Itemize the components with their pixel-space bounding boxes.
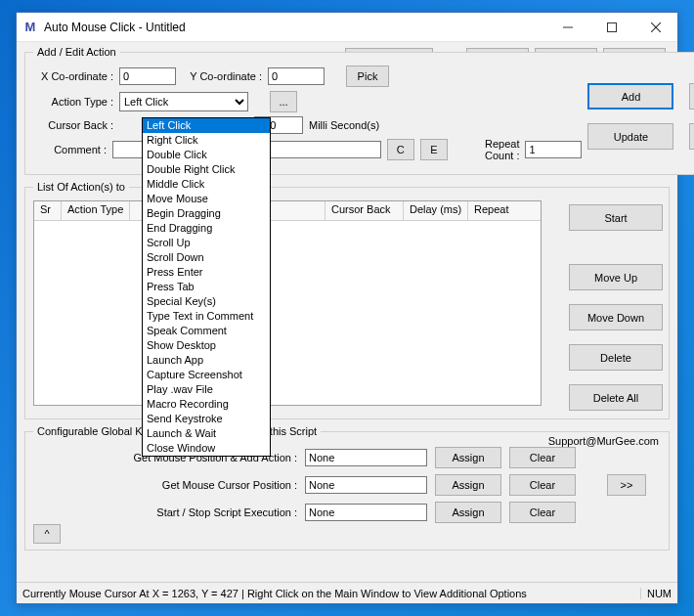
app-window: M Auto Mouse Click - Untitled Tutorial T… xyxy=(16,12,678,604)
svg-rect-1 xyxy=(607,22,616,31)
y-label: Y Co-ordinate : xyxy=(182,70,262,82)
dropdown-option[interactable]: Double Right Click xyxy=(143,162,270,177)
shortcut-input-2[interactable] xyxy=(305,504,427,521)
list-side-buttons: Start Move Up Move Down Delete Delete Al… xyxy=(569,204,663,411)
dropdown-option[interactable]: Speak Comment xyxy=(143,324,270,338)
repeat-count-label: Repeat Count : xyxy=(454,138,520,161)
y-input[interactable] xyxy=(268,67,325,85)
x-label: X Co-ordinate : xyxy=(33,70,113,82)
app-icon: M xyxy=(22,20,38,35)
window-title: Auto Mouse Click - Untitled xyxy=(44,21,545,34)
clear-button-0[interactable]: Clear xyxy=(509,447,576,468)
shortcut-row-0: Get Mouse Position & Add Action : Assign… xyxy=(33,447,661,468)
dropdown-option[interactable]: Launch App xyxy=(143,353,270,368)
delete-all-button[interactable]: Delete All xyxy=(569,384,663,411)
assign-button-1[interactable]: Assign xyxy=(435,474,501,496)
action-type-more-button[interactable]: ... xyxy=(270,91,297,112)
dropdown-option[interactable]: Special Key(s) xyxy=(143,294,270,309)
pick-button[interactable]: Pick xyxy=(346,66,389,87)
action-type-dropdown[interactable]: Left ClickRight ClickDouble ClickDouble … xyxy=(142,117,271,457)
add-edit-legend: Add / Edit Action xyxy=(33,46,120,58)
dropdown-option[interactable]: Press Tab xyxy=(143,280,270,294)
delete-button[interactable]: Delete xyxy=(569,344,663,371)
expand-caret-button[interactable]: ^ xyxy=(33,524,61,544)
dropdown-option[interactable]: Double Click xyxy=(143,148,270,162)
statusbar: Currently Mouse Cursor At X = 1263, Y = … xyxy=(17,582,677,603)
status-text: Currently Mouse Cursor At X = 1263, Y = … xyxy=(22,588,527,599)
shortcut-row-1: Get Mouse Cursor Position : Assign Clear… xyxy=(33,474,661,496)
minimize-button[interactable] xyxy=(545,14,589,41)
dropdown-option[interactable]: Send Keystroke xyxy=(143,412,270,426)
e-button[interactable]: E xyxy=(420,139,448,160)
dropdown-option[interactable]: Play .wav File xyxy=(143,382,270,397)
col-cursor-back[interactable]: Cursor Back xyxy=(325,201,404,220)
shortcut-group: Configurable Global Keyboard Shortcut Ke… xyxy=(24,425,670,550)
dropdown-option[interactable]: End Dragging xyxy=(143,221,270,236)
delay-unit-label: Milli Second(s) xyxy=(309,119,379,131)
assign-button-2[interactable]: Assign xyxy=(435,502,501,523)
cursor-back-label: Cursor Back : xyxy=(33,119,113,131)
titlebar[interactable]: M Auto Mouse Click - Untitled xyxy=(17,13,677,42)
table-header: Sr Action Type Cursor Back Delay (ms) Re… xyxy=(34,201,541,221)
action-type-combo[interactable]: Left Click xyxy=(119,92,248,111)
move-down-button[interactable]: Move Down xyxy=(569,304,663,330)
dropdown-option[interactable]: Move Mouse xyxy=(143,192,270,206)
clear-button-1[interactable]: Clear xyxy=(509,474,576,496)
assign-button-0[interactable]: Assign xyxy=(435,447,501,468)
status-num: NUM xyxy=(640,588,672,599)
dropdown-option[interactable]: Press Enter xyxy=(143,265,270,280)
start-button[interactable]: Start xyxy=(569,204,663,231)
dropdown-option[interactable]: Macro Recording xyxy=(143,397,270,412)
comment-label: Comment : xyxy=(33,144,107,155)
dropdown-option[interactable]: Show Desktop xyxy=(143,338,270,353)
client-area: Tutorial Twitter Google + Facebook Add /… xyxy=(17,42,677,582)
shortcut-input-1[interactable] xyxy=(305,476,427,494)
dropdown-option[interactable]: Middle Click xyxy=(143,177,270,192)
side-button-column: Add Update Load Save xyxy=(587,83,694,150)
shortcut-more-button[interactable]: >> xyxy=(607,474,646,496)
dropdown-option[interactable]: Type Text in Comment xyxy=(143,309,270,324)
c-button[interactable]: C xyxy=(387,139,414,160)
shortcut-row-2: Start / Stop Script Execution : Assign C… xyxy=(33,502,661,523)
add-edit-group: Add / Edit Action X Co-ordinate : Y Co-o… xyxy=(24,46,694,175)
col-action-type[interactable]: Action Type xyxy=(62,201,130,220)
dropdown-option[interactable]: Scroll Up xyxy=(143,236,270,250)
shortcut-label-1: Get Mouse Cursor Position : xyxy=(33,479,297,491)
col-delay[interactable]: Delay (ms) xyxy=(404,201,468,220)
move-up-button[interactable]: Move Up xyxy=(569,264,663,290)
dropdown-option[interactable]: Begin Dragging xyxy=(143,206,270,221)
support-link[interactable]: Support@MurGee.com xyxy=(548,435,659,447)
update-button[interactable]: Update xyxy=(587,123,673,150)
dropdown-option[interactable]: Close Window xyxy=(143,441,270,456)
action-type-label: Action Type : xyxy=(33,96,113,108)
shortcut-label-2: Start / Stop Script Execution : xyxy=(33,506,297,518)
x-input[interactable] xyxy=(119,67,176,85)
load-button[interactable]: Load xyxy=(689,83,694,110)
col-sr[interactable]: Sr xyxy=(34,201,62,220)
window-controls xyxy=(545,14,677,41)
actions-list-group: List Of Action(s) to Sr Action Type Curs… xyxy=(24,181,670,419)
actions-table[interactable]: Sr Action Type Cursor Back Delay (ms) Re… xyxy=(33,200,542,406)
dropdown-option[interactable]: Launch & Wait xyxy=(143,426,270,441)
add-button[interactable]: Add xyxy=(587,83,673,110)
save-button[interactable]: Save xyxy=(689,123,694,150)
actions-list-legend: List Of Action(s) to xyxy=(33,181,129,193)
dropdown-option[interactable]: Right Click xyxy=(143,133,270,148)
dropdown-option[interactable]: Scroll Down xyxy=(143,250,270,265)
close-button[interactable] xyxy=(633,14,677,41)
maximize-button[interactable] xyxy=(589,14,633,41)
repeat-count-input[interactable] xyxy=(525,141,582,158)
shortcut-input-0[interactable] xyxy=(305,449,427,466)
col-repeat[interactable]: Repeat xyxy=(468,201,541,220)
dropdown-option[interactable]: Capture Screenshot xyxy=(143,368,270,382)
clear-button-2[interactable]: Clear xyxy=(509,502,576,523)
dropdown-option[interactable]: Left Click xyxy=(143,118,270,133)
